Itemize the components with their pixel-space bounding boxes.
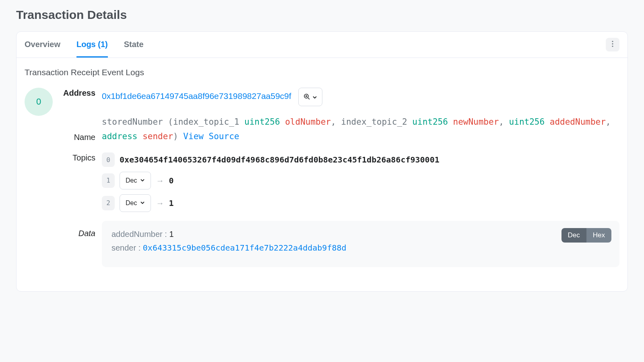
svg-point-2 <box>612 45 613 47</box>
topic-row-1: 1 Dec → 0 <box>102 172 619 189</box>
tab-state[interactable]: State <box>124 32 144 58</box>
more-options-button[interactable] <box>606 38 619 51</box>
topic-row-2: 2 Dec → 1 <box>102 194 619 212</box>
topic-format-select[interactable]: Dec <box>120 172 151 189</box>
arrow-right-icon: → <box>156 174 164 187</box>
view-source-link[interactable]: View Source <box>183 132 239 141</box>
zoom-in-icon <box>303 90 310 103</box>
address-label: Address <box>62 88 102 106</box>
page-title: Transaction Details <box>16 8 628 22</box>
topic-index: 1 <box>102 173 115 188</box>
log-index-badge: 0 <box>25 88 53 116</box>
svg-point-1 <box>612 43 613 44</box>
chevron-down-icon <box>312 90 317 103</box>
toggle-hex-button[interactable]: Hex <box>586 228 611 243</box>
topic-index: 0 <box>102 152 115 167</box>
data-label: Data <box>62 221 102 267</box>
tab-logs[interactable]: Logs (1) <box>76 32 108 58</box>
topic-value: 1 <box>169 197 173 210</box>
topics-label: Topics <box>62 152 102 212</box>
contract-address-link[interactable]: 0x1bf1de6ea67149745aa8f96e731989827aa59c… <box>102 91 291 101</box>
details-card: Overview Logs (1) State Transaction Rece… <box>16 31 628 292</box>
toggle-dec-button[interactable]: Dec <box>561 228 586 243</box>
address-filter-button[interactable] <box>298 88 322 106</box>
topic-hash: 0xe304654f140653267f4d09df4968c896d7d6fd… <box>120 153 440 166</box>
kebab-icon <box>612 41 613 49</box>
event-signature: storedNumber (index_topic_1 uint256 oldN… <box>102 115 619 144</box>
topic-format-select[interactable]: Dec <box>120 194 151 212</box>
svg-line-4 <box>308 98 310 99</box>
topic-value: 0 <box>169 174 173 187</box>
chevron-down-icon <box>140 198 145 208</box>
name-label: Name <box>62 132 102 144</box>
chevron-down-icon <box>140 175 145 186</box>
data-box: Dec Hex addedNumber : 1 sender : 0x64331… <box>102 221 619 267</box>
data-line-sender: sender : 0x643315c9be056cdea171f4e7b2222… <box>111 243 610 253</box>
log-entry: 0 Address 0x1bf1de6ea67149745aa8f96e7319… <box>25 88 619 267</box>
data-line-addednumber: addedNumber : 1 <box>111 230 610 239</box>
tabs-row: Overview Logs (1) State <box>17 32 627 58</box>
data-format-toggle: Dec Hex <box>561 228 611 243</box>
topic-index: 2 <box>102 196 115 210</box>
section-title: Transaction Receipt Event Logs <box>25 68 619 77</box>
sender-address-link[interactable]: 0x643315c9be056cdea171f4e7b2222a4ddab9f8… <box>143 243 347 253</box>
arrow-right-icon: → <box>156 197 164 210</box>
tab-overview[interactable]: Overview <box>25 32 60 58</box>
topic-row-0: 0 0xe304654f140653267f4d09df4968c896d7d6… <box>102 152 619 167</box>
svg-point-0 <box>612 41 613 42</box>
